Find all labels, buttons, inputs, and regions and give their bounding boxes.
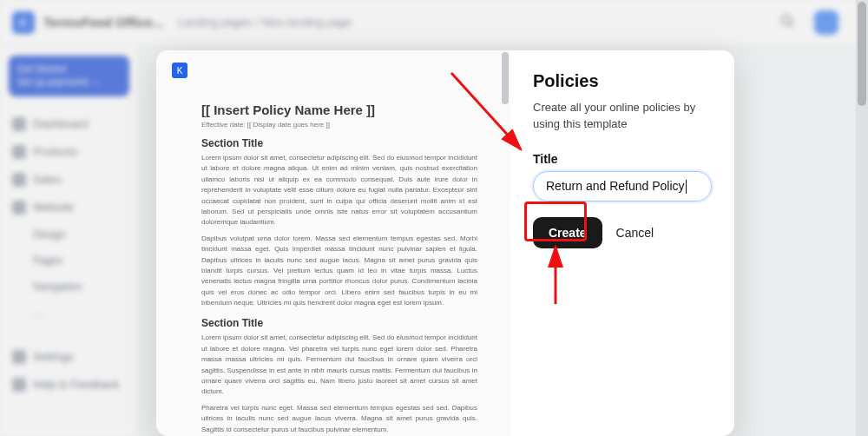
doc-section-heading: Section Title <box>201 137 477 149</box>
title-input-value: Return and Refund Policy <box>546 179 685 193</box>
cancel-button[interactable]: Cancel <box>616 226 654 240</box>
create-button[interactable]: Create <box>533 217 602 248</box>
preview-document: [[ Insert Policy Name Here ]] Effective … <box>172 102 490 435</box>
title-input[interactable]: Return and Refund Policy <box>533 171 712 201</box>
text-caret-icon <box>686 180 687 194</box>
doc-paragraph: Lorem ipsum dolor sit amet, consectetur … <box>201 153 477 228</box>
doc-effective-date: Effective date: [[ Display date goes her… <box>201 121 477 129</box>
doc-paragraph: Pharetra vel turpis nunc eget. Massa sed… <box>201 403 477 435</box>
doc-section-heading: Section Title <box>201 317 477 329</box>
modal-form-pane: Policies Create all your online policies… <box>510 50 734 436</box>
preview-logo-icon: K <box>172 63 187 78</box>
doc-title: [[ Insert Policy Name Here ]] <box>201 102 477 117</box>
modal-heading: Policies <box>533 71 712 91</box>
policies-modal: K [[ Insert Policy Name Here ]] Effectiv… <box>156 50 734 436</box>
modal-description: Create all your online policies by using… <box>533 100 712 133</box>
doc-paragraph: Dapibus volutpat urna dolor lorem. Massa… <box>201 234 477 309</box>
preview-scrollbar-thumb[interactable] <box>502 52 509 104</box>
doc-paragraph: Lorem ipsum dolor sit amet, consectetur … <box>201 333 477 397</box>
title-label: Title <box>533 152 712 166</box>
template-preview-pane: K [[ Insert Policy Name Here ]] Effectiv… <box>156 50 510 436</box>
